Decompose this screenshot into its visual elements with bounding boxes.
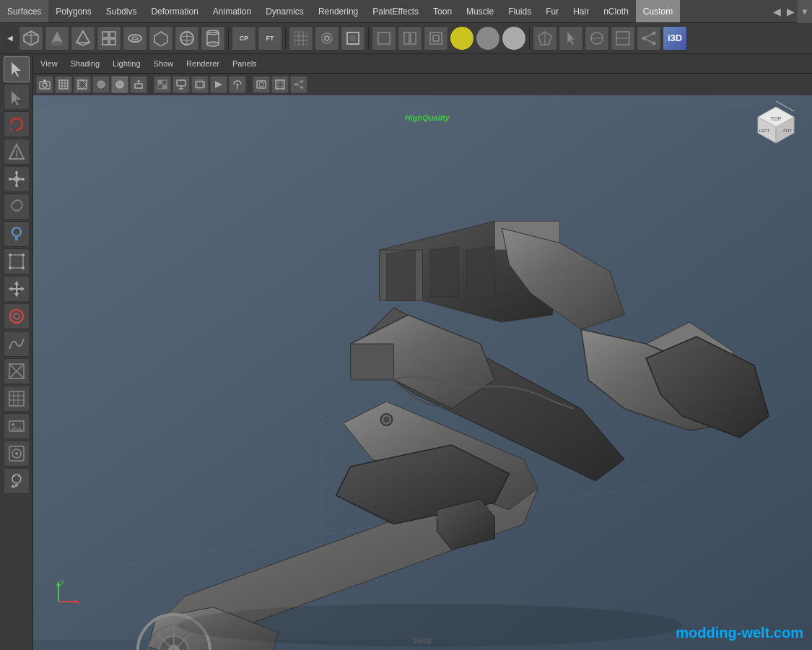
menu-muscle[interactable]: Muscle: [459, 0, 501, 22]
tool-sphere[interactable]: [175, 26, 199, 51]
navigation-cube[interactable]: TOP LEFT FNT: [747, 95, 798, 146]
svg-rect-8: [110, 32, 115, 38]
tool-image-plane[interactable]: [4, 413, 30, 439]
tool-ft[interactable]: FT: [258, 26, 282, 51]
menu-subdivs[interactable]: Subdivs: [99, 0, 144, 22]
svg-marker-106: [136, 80, 141, 82]
vp-icon-connections[interactable]: [290, 76, 307, 93]
vp-icon-checker[interactable]: [154, 76, 171, 93]
svg-rect-110: [177, 80, 185, 86]
tool-color2[interactable]: [476, 26, 500, 51]
svg-marker-36: [567, 32, 575, 45]
tool-grid[interactable]: [97, 26, 121, 51]
menu-animation[interactable]: Animation: [206, 0, 258, 22]
tool-share[interactable]: [637, 26, 661, 51]
svg-rect-108: [158, 80, 162, 84]
tool-color1[interactable]: [450, 26, 474, 51]
menu-painteffects[interactable]: PaintEffects: [365, 0, 426, 22]
vp-icon-display[interactable]: [173, 76, 190, 93]
svg-point-25: [322, 33, 332, 43]
tool-move2[interactable]: [4, 276, 30, 302]
svg-point-11: [128, 35, 141, 42]
svg-rect-78: [9, 391, 24, 406]
tool-lattice2[interactable]: [4, 248, 30, 274]
viewport-inner[interactable]: HighQuality TOP LEFT: [33, 74, 812, 650]
toolbar-left-arrow[interactable]: ◀: [3, 26, 17, 51]
tool-frame[interactable]: [341, 26, 365, 51]
menu-polygons[interactable]: Polygons: [48, 0, 98, 22]
svg-rect-109: [162, 84, 167, 89]
vp-icon-normals[interactable]: [130, 76, 147, 93]
vp-icon-wire[interactable]: [74, 76, 91, 93]
menu-scroll-left[interactable]: ◀: [770, 6, 784, 17]
menu-corner-btn[interactable]: ▼: [798, 0, 812, 23]
vp-icon-camera[interactable]: [36, 76, 53, 93]
menu-hair[interactable]: Hair: [566, 0, 596, 22]
vp-menu-lighting[interactable]: Lighting: [110, 58, 144, 69]
tool-snap[interactable]: [533, 26, 557, 51]
svg-rect-120: [276, 80, 284, 89]
tool-pyramid[interactable]: [71, 26, 95, 51]
svg-point-157: [384, 417, 390, 422]
tool-rotate[interactable]: [4, 111, 30, 137]
tool-move-arrow[interactable]: [4, 84, 30, 110]
svg-marker-71: [9, 287, 12, 291]
tool-grid2[interactable]: [4, 386, 30, 412]
menu-surfaces[interactable]: Surfaces: [0, 0, 48, 22]
vp-icon-layer[interactable]: [191, 76, 209, 93]
svg-marker-85: [10, 426, 23, 430]
menu-fluids[interactable]: Fluids: [501, 0, 538, 22]
menu-scroll-right[interactable]: ▶: [784, 6, 798, 17]
menu-rendering[interactable]: Rendering: [311, 0, 365, 22]
tool-texture[interactable]: [4, 441, 30, 467]
tool-plane[interactable]: [149, 26, 173, 51]
tool-cluster[interactable]: [4, 358, 30, 384]
sep1: [228, 27, 229, 49]
menu-toon[interactable]: Toon: [426, 0, 459, 22]
tool-cone[interactable]: [45, 26, 69, 51]
vp-icon-grid3[interactable]: [55, 76, 72, 93]
tool-view2[interactable]: [611, 26, 635, 51]
tool-cube[interactable]: [19, 26, 43, 51]
vp-icon-playblast[interactable]: [253, 76, 270, 93]
tool-cylinder[interactable]: [201, 26, 225, 51]
menu-deformation[interactable]: Deformation: [144, 0, 205, 22]
vp-icon-render-mode[interactable]: [210, 76, 227, 93]
tool-wolf[interactable]: [4, 468, 30, 494]
menu-dynamics[interactable]: Dynamics: [258, 0, 311, 22]
menu-custom[interactable]: Custom: [636, 0, 680, 22]
tool-show-manip[interactable]: [4, 166, 30, 192]
vp-icon-solid2[interactable]: [111, 76, 128, 93]
tool-color3[interactable]: [502, 26, 526, 51]
tool-select-cursor[interactable]: [559, 26, 583, 51]
vp-menu-renderer[interactable]: Renderer: [183, 58, 222, 69]
vp-icon-resolution[interactable]: [271, 76, 289, 93]
tool-bend[interactable]: [398, 26, 422, 51]
vp-icon-solid[interactable]: [92, 76, 110, 93]
tool-rotate2[interactable]: [315, 26, 339, 51]
tool-lasso[interactable]: [4, 194, 30, 220]
tool-rotate2[interactable]: [4, 303, 30, 329]
tool-select-arrow[interactable]: [4, 56, 30, 82]
tool-paint[interactable]: [4, 221, 30, 247]
tool-view1[interactable]: [585, 26, 609, 51]
vp-icon-snap2[interactable]: [229, 76, 246, 93]
vp-menu-show[interactable]: Show: [151, 58, 177, 69]
tool-i3d[interactable]: i3D: [663, 26, 687, 51]
tool-3d[interactable]: [424, 26, 448, 51]
tool-torus[interactable]: [123, 26, 147, 51]
vp-menu-shading[interactable]: Shading: [68, 58, 102, 69]
tool-lattice[interactable]: [289, 26, 313, 51]
tool-curve[interactable]: [4, 331, 30, 357]
svg-point-26: [325, 36, 329, 40]
svg-point-88: [15, 452, 18, 455]
menu-fur[interactable]: Fur: [538, 0, 566, 22]
svg-point-126: [300, 80, 303, 83]
tool-scale[interactable]: [4, 139, 30, 165]
vp-menu-panels[interactable]: Panels: [230, 58, 260, 69]
menu-ncloth[interactable]: nCloth: [596, 0, 636, 22]
tool-twist[interactable]: [372, 26, 396, 51]
axis-indicator: y x: [51, 573, 87, 610]
vp-menu-view[interactable]: View: [38, 58, 61, 69]
tool-cp[interactable]: CP: [232, 26, 256, 51]
